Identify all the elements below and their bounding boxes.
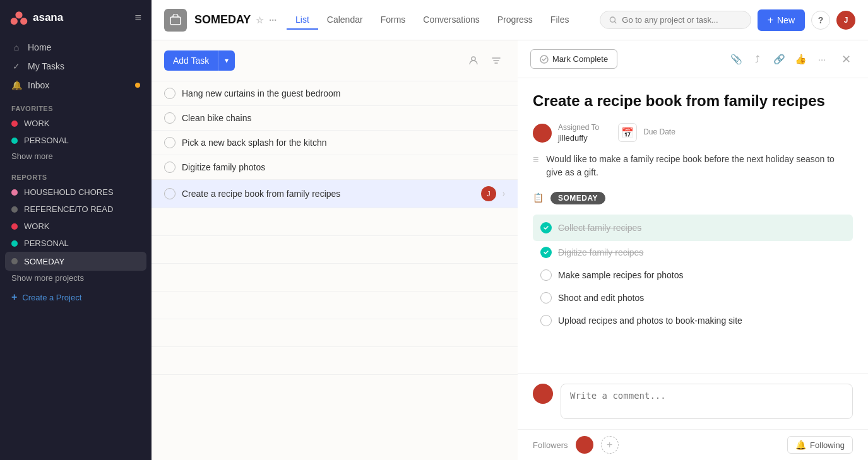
description-icon: ≡ (533, 154, 538, 165)
task-check-5[interactable] (164, 188, 175, 199)
mark-complete-label: Mark Complete (552, 54, 608, 64)
task-text-5: Create a recipe book from family recipes (182, 189, 475, 199)
plus-icon: + (11, 292, 17, 303)
task-item-3[interactable]: Pick a new back splash for the kitchn (152, 131, 518, 155)
project-work-label: WORK (24, 221, 49, 231)
show-more-favorites[interactable]: Show more (0, 149, 152, 166)
subtask-assign-button[interactable]: 👤 (812, 220, 828, 235)
check-icon (543, 225, 549, 231)
subtask-button[interactable]: ⤴ (748, 50, 767, 69)
subtask-check-4[interactable] (540, 292, 552, 304)
user-avatar-header[interactable]: J (836, 11, 855, 30)
app-name: asana (33, 11, 63, 24)
task-text-1: Hang new curtains in the guest bedroom (182, 88, 505, 98)
project-item-household[interactable]: HOUSEHOLD CHORES (5, 184, 146, 201)
subtask-copy-button[interactable]: ⬜ (795, 220, 810, 235)
task-item-4[interactable]: Digitize family photos (152, 155, 518, 180)
tab-files[interactable]: Files (542, 11, 578, 30)
close-detail-button[interactable]: ✕ (836, 50, 855, 69)
task-item-5[interactable]: Create a recipe book from family recipes… (152, 180, 518, 208)
star-icon[interactable]: ☆ (256, 15, 264, 25)
assignee-avatar[interactable] (533, 124, 552, 143)
project-title-area: SOMEDAY ☆ ··· (194, 13, 276, 27)
subtask-check-1[interactable] (540, 222, 552, 233)
create-project-button[interactable]: + Create a Project (5, 288, 146, 307)
task-panel: Add Task ▾ (152, 40, 518, 460)
add-task-dropdown-button[interactable]: ▾ (218, 50, 235, 71)
empty-task-row-1 (152, 208, 518, 236)
add-task-button[interactable]: Add Task (164, 50, 218, 71)
following-button[interactable]: 🔔 Following (787, 436, 853, 454)
tab-calendar[interactable]: Calendar (318, 11, 372, 30)
subtask-comment-button[interactable]: 💬 (830, 220, 845, 235)
new-button[interactable]: + New (758, 9, 805, 31)
comment-input[interactable] (561, 384, 853, 419)
task-item-2[interactable]: Clean bike chains (152, 106, 518, 131)
tab-list[interactable]: List (287, 11, 318, 30)
like-button[interactable]: 👍 (791, 50, 810, 69)
due-date-item: 📅 Due Date (618, 123, 675, 142)
assigned-to-item: Assigned To jilleduffy (533, 123, 599, 143)
sidebar-item-inbox[interactable]: 🔔 Inbox (5, 76, 146, 95)
follower-avatar-1[interactable] (576, 436, 593, 454)
subtask-item-1[interactable]: Collect family recipes ⬜ 👤 💬 (533, 215, 853, 241)
task-check-1[interactable] (164, 88, 175, 99)
subtask-text-3: Make sample recipes for photos (558, 270, 845, 280)
favorite-personal-label: PERSONAL (24, 136, 69, 145)
subtask-item-5[interactable]: Upload recipes and photos to book-making… (533, 309, 853, 332)
tab-forms[interactable]: Forms (372, 11, 415, 30)
attachment-button[interactable]: 📎 (727, 50, 746, 69)
bell-icon: 🔔 (11, 80, 21, 90)
filter-button[interactable] (487, 52, 505, 69)
task-item-1[interactable]: Hang new curtains in the guest bedroom (152, 81, 518, 106)
subtask-check-5[interactable] (540, 315, 552, 326)
subtask-text-5: Upload recipes and photos to book-making… (558, 316, 845, 326)
more-options-button[interactable]: ··· (812, 50, 831, 69)
calendar-icon[interactable]: 📅 (618, 123, 637, 142)
mark-complete-button[interactable]: Mark Complete (530, 49, 617, 69)
project-item-work[interactable]: WORK (5, 218, 146, 235)
assigned-to-label: Assigned To (558, 123, 599, 132)
link-button[interactable]: 🔗 (770, 50, 788, 69)
search-input[interactable] (622, 15, 741, 25)
person-filter-button[interactable] (465, 52, 482, 69)
task-check-2[interactable] (164, 112, 175, 124)
show-more-projects[interactable]: Show more projects (5, 271, 146, 288)
sidebar-item-home[interactable]: ⌂ Home (5, 38, 146, 57)
sidebar-collapse-button[interactable]: ≡ (134, 11, 141, 25)
sidebar-item-my-tasks[interactable]: ✓ My Tasks (5, 57, 146, 76)
project-item-reference[interactable]: REFERENCE/TO READ (5, 201, 146, 218)
checkmark-icon (540, 55, 549, 64)
task-text-2: Clean bike chains (182, 113, 505, 123)
due-date-info: Due Date (643, 127, 675, 138)
sidebar-mytasks-label: My Tasks (28, 61, 64, 71)
add-task-button-group: Add Task ▾ (164, 50, 235, 71)
subtask-text-4: Shoot and edit photos (558, 293, 845, 303)
project-someday-label: SOMEDAY (24, 257, 64, 266)
help-button[interactable]: ? (811, 11, 830, 30)
check-icon: ✓ (11, 61, 21, 71)
search-icon (609, 16, 617, 25)
svg-point-1 (11, 18, 18, 25)
favorite-item-personal[interactable]: PERSONAL (0, 132, 152, 149)
assigned-to-value: jilleduffy (558, 133, 599, 143)
task-check-3[interactable] (164, 137, 175, 148)
task-check-4[interactable] (164, 162, 175, 173)
favorite-item-work[interactable]: WORK (0, 115, 152, 132)
search-box[interactable] (600, 11, 751, 29)
household-dot (11, 189, 18, 196)
subtask-check-2[interactable] (540, 247, 552, 258)
subtask-item-3[interactable]: Make sample recipes for photos (533, 264, 853, 286)
project-options-button[interactable]: ··· (269, 15, 276, 25)
tab-progress[interactable]: Progress (489, 11, 542, 30)
inbox-notification-dot (135, 83, 140, 88)
tab-conversations[interactable]: Conversations (414, 11, 489, 30)
subtask-check-3[interactable] (540, 269, 552, 281)
subtask-item-4[interactable]: Shoot and edit photos (533, 286, 853, 309)
project-item-personal[interactable]: PERSONAL (5, 235, 146, 252)
subtask-item-2[interactable]: Digitize family recipes (533, 241, 853, 264)
empty-task-row-5 (152, 319, 518, 347)
add-follower-button[interactable]: + (601, 436, 619, 454)
project-icon (164, 9, 187, 32)
project-item-someday[interactable]: SOMEDAY ··· (5, 252, 146, 271)
